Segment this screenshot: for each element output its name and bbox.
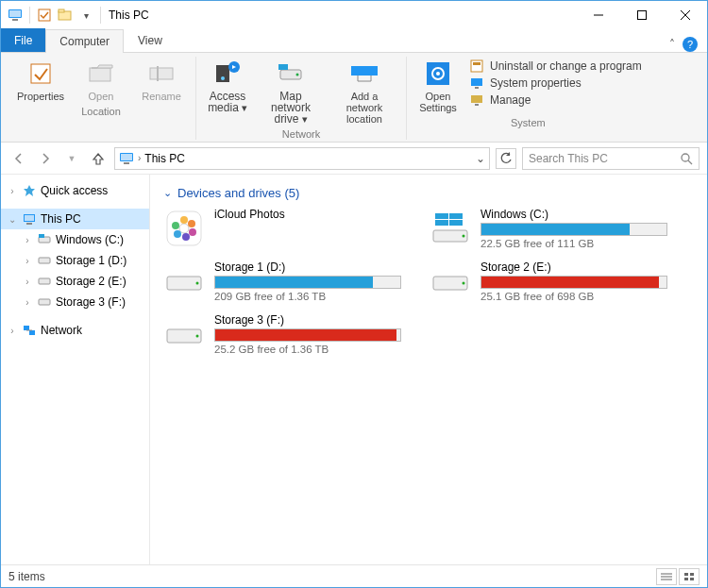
svg-point-59 [172,222,179,229]
svg-rect-30 [473,62,480,65]
system-properties-button[interactable]: System properties [469,76,642,91]
recent-locations-button[interactable]: ▼ [61,148,82,169]
drive-item-storage-1[interactable]: Storage 1 (D:) 209 GB free of 1.36 TB [163,260,401,304]
details-view-button[interactable] [656,568,677,585]
drive-status: 22.5 GB free of 111 GB [480,238,667,249]
properties-check-icon[interactable] [36,7,53,24]
settings-gear-icon [423,59,453,89]
svg-point-53 [179,224,189,233]
drive-item-storage-3[interactable]: Storage 3 (F:) 25.2 GB free of 1.36 TB [163,313,401,357]
expand-icon[interactable]: › [22,235,33,245]
drive-item-icloud-photos[interactable]: iCloud Photos [163,208,401,251]
nav-quick-access[interactable]: › Quick access [1,180,149,201]
drive-icon [37,274,52,289]
large-icons-view-button[interactable] [679,568,700,585]
ribbon-group-label: System [511,117,546,128]
star-icon [22,183,37,198]
nav-this-pc[interactable]: ⌄ This PC [1,209,149,229]
manage-button[interactable]: Manage [469,92,642,108]
address-box[interactable]: › This PC ⌄ [114,147,490,170]
svg-rect-63 [449,213,463,219]
nav-storage-1[interactable]: › Storage 1 (D:) [1,250,149,271]
chevron-right-icon[interactable]: › [138,153,141,163]
window-title: This PC [109,8,149,22]
navigation-pane: › Quick access ⌄ This PC › Windows (C:) … [1,175,150,564]
svg-rect-32 [475,87,479,89]
open-button[interactable]: Open [75,57,127,104]
map-drive-icon [276,59,306,89]
uninstall-program-button[interactable]: Uninstall or change a program [469,59,642,74]
drive-status: 25.2 GB free of 1.36 TB [214,344,401,355]
open-settings-button[interactable]: Open Settings [414,57,462,115]
drive-status: 25.1 GB free of 698 GB [480,291,667,302]
svg-rect-33 [471,95,482,103]
tab-computer[interactable]: Computer [45,29,124,53]
svg-marker-40 [24,185,35,196]
icloud-photos-icon [163,208,205,249]
search-icon [680,152,693,165]
collapse-ribbon-icon[interactable]: ˄ [669,38,675,51]
svg-line-39 [688,160,692,164]
svg-rect-62 [435,213,448,219]
expand-icon[interactable]: › [22,277,33,287]
properties-button[interactable]: Properties [14,57,67,104]
nav-network[interactable]: › Network [1,320,149,341]
nav-storage-3[interactable]: › Storage 3 (F:) [1,292,149,312]
group-header-devices[interactable]: ⌄ Devices and drives (5) [163,186,694,200]
add-network-location-button[interactable]: Add a network location [330,57,398,126]
map-network-drive-button[interactable]: Map network drive ▾ [259,57,323,126]
svg-rect-31 [471,78,482,86]
address-dropdown-icon[interactable]: ⌄ [476,152,485,165]
expand-icon[interactable]: › [22,256,33,266]
minimize-button[interactable] [577,1,620,29]
expand-icon[interactable]: › [7,186,18,196]
drive-item-windows-c[interactable]: Windows (C:) 22.5 GB free of 111 GB [430,208,667,251]
forward-button[interactable] [35,148,56,169]
drive-name: Storage 1 (D:) [214,260,401,274]
status-bar: 5 items [1,564,707,587]
nav-storage-2[interactable]: › Storage 2 (E:) [1,271,149,292]
rename-button[interactable]: Rename [135,57,188,104]
drive-item-storage-2[interactable]: Storage 2 (E:) 25.1 GB free of 698 GB [430,260,667,304]
svg-rect-13 [150,68,173,79]
tab-file[interactable]: File [1,28,45,52]
svg-point-61 [463,235,465,238]
separator [100,7,101,24]
storage-bar [214,328,401,342]
svg-rect-5 [59,9,64,12]
network-icon [22,323,37,338]
svg-rect-29 [471,60,482,72]
collapse-icon[interactable]: ⌄ [7,214,18,225]
drive-name: Storage 2 (E:) [480,260,667,274]
svg-rect-78 [690,578,694,580]
hard-drive-icon [430,260,471,302]
storage-bar [214,276,401,289]
storage-bar [480,276,667,289]
tab-view[interactable]: View [124,28,177,52]
svg-point-16 [221,76,225,80]
qat-dropdown-icon[interactable]: ▾ [77,7,94,24]
svg-rect-10 [31,64,50,83]
chevron-down-icon: ⌄ [163,187,172,199]
back-button[interactable] [8,148,29,169]
nav-windows-c[interactable]: › Windows (C:) [1,229,149,250]
maximize-button[interactable] [620,1,664,29]
new-folder-icon[interactable] [57,7,74,24]
drives-grid: iCloud Photos Windows (C:) 22.5 GB free … [163,208,694,357]
search-box[interactable] [522,147,700,170]
access-media-button[interactable]: Access media ▾ [204,57,251,115]
breadcrumb-this-pc[interactable]: This PC [144,152,185,165]
close-button[interactable] [664,1,707,29]
up-button[interactable] [88,148,109,169]
expand-icon[interactable]: › [7,326,18,336]
this-pc-icon [22,211,37,227]
expand-icon[interactable]: › [22,297,33,308]
help-icon[interactable]: ? [683,37,698,52]
refresh-button[interactable] [496,148,516,169]
svg-rect-77 [684,578,688,580]
svg-rect-48 [39,299,50,305]
drive-name: Windows (C:) [480,208,667,221]
svg-rect-20 [278,64,288,70]
search-input[interactable] [529,152,680,165]
svg-rect-7 [638,11,647,20]
